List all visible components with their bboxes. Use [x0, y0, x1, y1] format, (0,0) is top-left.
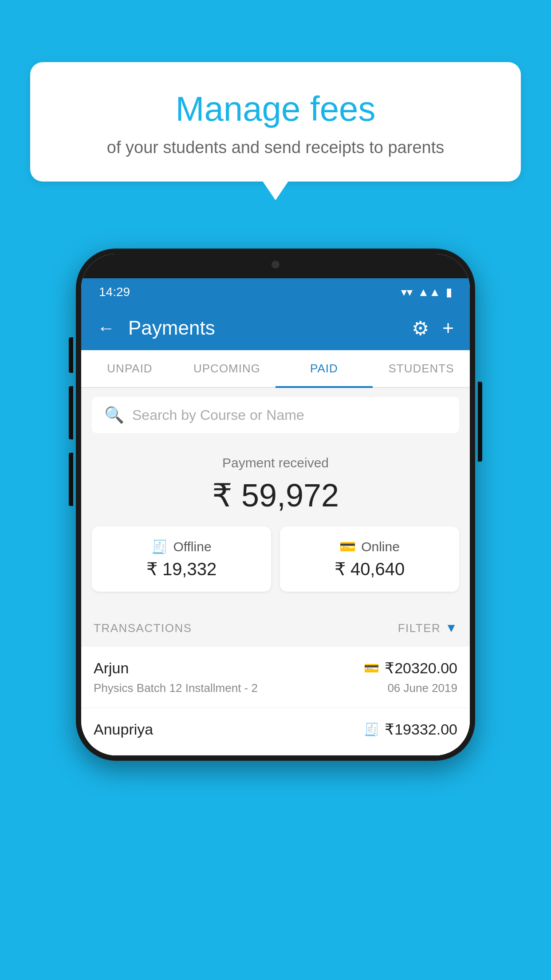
app-bar: ← Payments ⚙ +	[81, 306, 470, 350]
phone-screen: 14:29 ▾▾ ▲▲ ▮ ← Payments ⚙ + UNPAID	[81, 254, 470, 755]
online-label: Online	[361, 539, 400, 554]
online-icon: 💳	[339, 539, 356, 554]
transaction-top: Arjun 💳 ₹20320.00	[94, 659, 457, 677]
side-button-volume-down2	[69, 453, 73, 506]
offline-label: Offline	[173, 539, 211, 554]
tabs-container: UNPAID UPCOMING PAID STUDENTS	[81, 350, 470, 388]
app-bar-title: Payments	[128, 317, 412, 339]
back-button[interactable]: ←	[97, 318, 115, 338]
filter-icon: ▼	[445, 621, 457, 635]
search-bar[interactable]: 🔍 Search by Course or Name	[92, 397, 459, 433]
add-icon[interactable]: +	[442, 317, 454, 339]
transaction-row[interactable]: Arjun 💳 ₹20320.00 Physics Batch 12 Insta…	[81, 647, 470, 708]
app-bar-actions: ⚙ +	[412, 317, 454, 340]
payment-cards: 🧾 Offline ₹ 19,332 💳 Online ₹ 40,640	[92, 526, 459, 592]
side-button-volume-up	[69, 337, 73, 373]
online-card: 💳 Online ₹ 40,640	[280, 526, 459, 592]
offline-icon: 🧾	[151, 539, 168, 554]
speech-bubble-title: Manage fees	[52, 89, 499, 129]
wifi-icon: ▾▾	[401, 285, 413, 299]
payment-total-amount: ₹ 59,972	[92, 477, 459, 514]
transaction-detail: Physics Batch 12 Installment - 2	[94, 681, 258, 695]
tab-students[interactable]: STUDENTS	[373, 350, 470, 387]
search-icon: 🔍	[104, 406, 124, 424]
transaction-payment-icon: 🧾	[364, 722, 379, 737]
transactions-header: TRANSACTIONS FILTER ▼	[81, 609, 470, 647]
side-button-power	[478, 382, 482, 462]
transaction-row[interactable]: Anupriya 🧾 ₹19332.00	[81, 708, 470, 755]
transaction-amount-container: 💳 ₹20320.00	[364, 659, 457, 677]
transactions-label: TRANSACTIONS	[94, 621, 192, 635]
filter-container[interactable]: FILTER ▼	[398, 621, 457, 635]
payment-received-label: Payment received	[92, 455, 459, 470]
transaction-amount: ₹19332.00	[385, 720, 457, 738]
status-bar: 14:29 ▾▾ ▲▲ ▮	[81, 278, 470, 306]
tab-paid[interactable]: PAID	[276, 350, 373, 387]
search-container: 🔍 Search by Course or Name	[81, 388, 470, 442]
status-time: 14:29	[99, 285, 130, 299]
side-button-volume-down	[69, 386, 73, 439]
transaction-name: Arjun	[94, 660, 129, 677]
transaction-amount-container: 🧾 ₹19332.00	[364, 720, 457, 738]
phone-notch	[81, 254, 470, 278]
transaction-amount: ₹20320.00	[385, 659, 457, 677]
online-amount: ₹ 40,640	[289, 559, 450, 579]
phone-frame: 14:29 ▾▾ ▲▲ ▮ ← Payments ⚙ + UNPAID	[76, 249, 475, 761]
transaction-bottom: Physics Batch 12 Installment - 2 06 June…	[94, 681, 457, 695]
offline-card: 🧾 Offline ₹ 19,332	[92, 526, 271, 592]
transaction-payment-icon: 💳	[364, 661, 379, 676]
status-icons: ▾▾ ▲▲ ▮	[401, 285, 452, 299]
online-card-header: 💳 Online	[289, 539, 450, 554]
camera	[272, 261, 279, 269]
filter-label: FILTER	[398, 621, 441, 635]
battery-icon: ▮	[446, 285, 452, 299]
speech-bubble-subtitle: of your students and send receipts to pa…	[52, 138, 499, 157]
settings-icon[interactable]: ⚙	[412, 317, 429, 340]
offline-card-header: 🧾 Offline	[101, 539, 262, 554]
speech-bubble-container: Manage fees of your students and send re…	[30, 62, 521, 182]
tab-upcoming[interactable]: UPCOMING	[178, 350, 276, 387]
search-placeholder: Search by Course or Name	[132, 407, 304, 423]
payment-summary: Payment received ₹ 59,972 🧾 Offline ₹ 19…	[81, 442, 470, 609]
transaction-date: 06 June 2019	[387, 681, 457, 695]
speech-bubble: Manage fees of your students and send re…	[30, 62, 521, 182]
notch-cutout	[236, 254, 315, 275]
transaction-top: Anupriya 🧾 ₹19332.00	[94, 720, 457, 738]
signal-icon: ▲▲	[418, 285, 441, 299]
tab-unpaid[interactable]: UNPAID	[81, 350, 178, 387]
phone-container: 14:29 ▾▾ ▲▲ ▮ ← Payments ⚙ + UNPAID	[76, 249, 475, 761]
transaction-name: Anupriya	[94, 721, 153, 738]
offline-amount: ₹ 19,332	[101, 559, 262, 579]
